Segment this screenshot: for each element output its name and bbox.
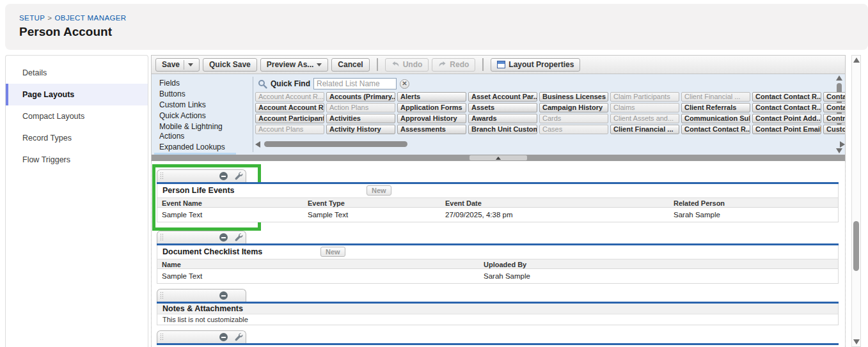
palette-item: Claims (610, 103, 679, 112)
palette-category-list: FieldsButtonsCustom LinksQuick ActionsMo… (154, 78, 250, 151)
palette-item[interactable]: Alerts (397, 92, 466, 102)
palette-category-custom-links[interactable]: Custom Links (154, 100, 236, 111)
scroll-down-icon[interactable] (853, 339, 860, 344)
scroll-right-icon[interactable] (840, 141, 845, 148)
quick-save-button[interactable]: Quick Save (203, 58, 257, 72)
palette-item[interactable]: Contact Point Emails (752, 125, 821, 134)
palette-item[interactable]: Activity History (326, 125, 395, 134)
palette-item[interactable]: Activities (326, 114, 395, 123)
save-split-separator (184, 60, 184, 70)
quick-find-input[interactable] (313, 78, 397, 89)
palette-item[interactable]: Communication Sub... (681, 114, 750, 123)
palette-item[interactable]: Awards (468, 114, 537, 123)
palette-item[interactable]: Account Participants (255, 114, 324, 123)
toolbar-separator (377, 58, 378, 71)
remove-section-icon[interactable] (219, 233, 228, 242)
palette-item[interactable]: Campaign History (539, 103, 608, 112)
sidebar-item-record-types[interactable]: Record Types (6, 127, 148, 149)
collapse-palette-button[interactable] (470, 155, 527, 160)
table-cell: Sarah Sample (484, 272, 530, 280)
vertical-scrollbar-thumb[interactable] (853, 221, 859, 271)
section-title: Document Checklist Items (162, 247, 262, 256)
scroll-up-icon[interactable] (853, 58, 860, 63)
palette-item[interactable]: Contact (823, 103, 845, 112)
palette-category-mobile-lightning-actions[interactable]: Mobile & Lightning Actions (154, 121, 236, 142)
section-handle[interactable] (157, 231, 246, 243)
palette-item: Action Plans (326, 103, 395, 112)
save-dropdown-caret-icon[interactable] (188, 63, 193, 66)
save-button[interactable]: Save (155, 58, 200, 72)
palette-category-fields[interactable]: Fields (154, 78, 236, 89)
palette-item[interactable]: Account Account R... (255, 103, 324, 112)
undo-icon (391, 61, 400, 68)
scroll-down-icon[interactable] (836, 148, 842, 153)
palette-item[interactable]: Client Referrals (681, 103, 750, 112)
section-handle[interactable] (157, 169, 246, 182)
palette-item[interactable]: Contact (823, 92, 845, 102)
palette-scrollbar-thumb[interactable] (264, 141, 407, 147)
drag-handle-icon (160, 333, 164, 341)
section-body: Notes & AttachmentsThis list is not cust… (157, 304, 839, 325)
new-button: New (367, 185, 391, 196)
breadcrumb-setup-link[interactable]: SETUP (19, 14, 45, 22)
drag-handle-icon (160, 291, 164, 300)
cancel-button[interactable]: Cancel (331, 58, 369, 72)
palette-canvas-divider (151, 155, 846, 161)
palette-separator (253, 77, 253, 152)
palette-category-buttons[interactable]: Buttons (154, 89, 236, 100)
table-cell: Sample Text (162, 272, 202, 280)
palette-item[interactable]: Contact Point Add... (752, 114, 821, 123)
palette-item[interactable]: Accounts (Primary... (326, 92, 395, 102)
palette-item[interactable]: Branch Unit Customer (468, 125, 537, 134)
palette-item: Client Financial ... (681, 92, 750, 102)
setup-header: SETUP>OBJECT MANAGER Person Account (5, 4, 868, 50)
wrench-icon[interactable] (234, 233, 243, 242)
palette-horizontal-scrollbar[interactable] (255, 141, 845, 148)
breadcrumb: SETUP>OBJECT MANAGER (19, 14, 127, 22)
table-cell: Sample Text (162, 211, 202, 219)
remove-section-icon[interactable] (219, 172, 228, 180)
section-handle[interactable] (157, 330, 246, 343)
remove-section-icon[interactable] (219, 291, 228, 300)
palette-category-quick-actions[interactable]: Quick Actions (154, 111, 236, 121)
wrench-icon[interactable] (234, 332, 243, 341)
palette-item[interactable]: Contract (823, 114, 845, 123)
palette-item[interactable]: Client Financial ... (610, 125, 679, 134)
palette-item[interactable]: Contact Contact R... (752, 103, 821, 112)
column-header: Name (162, 261, 181, 268)
clear-search-icon[interactable]: ✕ (400, 79, 409, 89)
column-header: Event Type (308, 199, 345, 207)
quick-find-label: Quick Find (271, 79, 310, 88)
section-handle[interactable] (157, 289, 246, 302)
palette-item[interactable]: Customer (823, 125, 845, 134)
layout-properties-icon (497, 61, 505, 68)
preview-as-button[interactable]: Preview As... (260, 58, 329, 72)
palette-item[interactable]: Approval History (397, 114, 466, 123)
sidebar-item-compact-layouts[interactable]: Compact Layouts (6, 105, 148, 127)
section-body: Document Checklist ItemsNewNameUploaded … (157, 245, 839, 284)
sidebar-item-details[interactable]: Details (6, 62, 148, 84)
breadcrumb-object-manager-link[interactable]: OBJECT MANAGER (54, 14, 126, 22)
scroll-left-icon[interactable] (255, 141, 260, 148)
save-button-label: Save (162, 60, 180, 69)
section-document-checklist-items: Document Checklist ItemsNewNameUploaded … (157, 231, 839, 284)
wrench-icon[interactable] (234, 171, 243, 180)
sidebar-item-page-layouts[interactable]: Page Layouts (6, 84, 148, 105)
palette-category-expanded-lookups[interactable]: Expanded Lookups (154, 142, 236, 153)
remove-section-icon[interactable] (219, 333, 228, 341)
scroll-up-icon[interactable] (836, 75, 842, 81)
layout-properties-button[interactable]: Layout Properties (491, 58, 580, 72)
column-header: Related Person (674, 199, 725, 207)
section-title-band: Notes & Attachments (157, 304, 838, 314)
palette-item[interactable]: Application Forms (397, 103, 466, 112)
palette-item[interactable]: Asset Account Par... (468, 92, 537, 102)
main-vertical-scrollbar[interactable] (851, 55, 861, 347)
preview-as-label: Preview As... (267, 60, 314, 69)
palette-item[interactable]: Contact Contact R... (681, 125, 750, 134)
palette-item[interactable]: Assessments (397, 125, 466, 134)
palette-item[interactable]: Contact Contact R... (752, 92, 821, 102)
palette-item[interactable]: Assets (468, 103, 537, 112)
sidebar-item-flow-triggers[interactable]: Flow Triggers (6, 149, 148, 171)
section-person-life-events: Person Life EventsNewEvent NameEvent Typ… (157, 169, 839, 222)
palette-item[interactable]: Business Licenses (539, 92, 608, 102)
